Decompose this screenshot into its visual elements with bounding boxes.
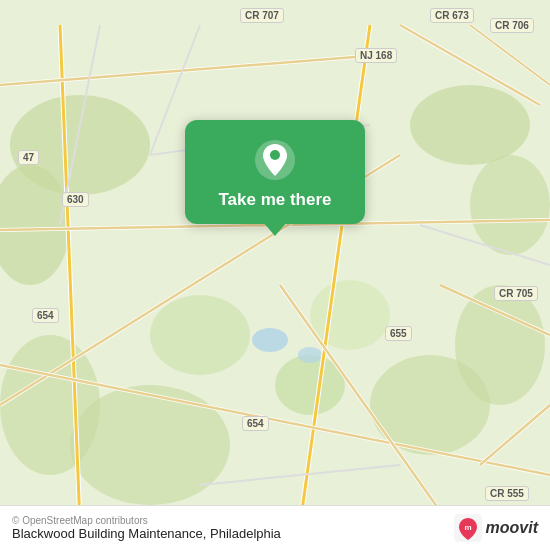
- road-label-655: 655: [385, 326, 412, 341]
- moovit-logo: m moovit: [454, 514, 538, 542]
- take-me-there-button[interactable]: Take me there: [218, 190, 331, 210]
- road-label-cr707: CR 707: [240, 8, 284, 23]
- road-label-630: 630: [62, 192, 89, 207]
- location-card[interactable]: Take me there: [185, 120, 365, 224]
- place-name: Blackwood Building Maintenance, Philadel…: [12, 526, 281, 541]
- road-label-nj168: NJ 168: [355, 48, 397, 63]
- svg-point-10: [150, 295, 250, 375]
- location-pin-icon: [253, 138, 297, 182]
- svg-point-6: [0, 335, 100, 475]
- svg-point-12: [252, 328, 288, 352]
- road-label-cr555: CR 555: [485, 486, 529, 501]
- bottom-bar-info: © OpenStreetMap contributors Blackwood B…: [12, 515, 281, 541]
- moovit-icon: m: [454, 514, 482, 542]
- svg-point-42: [270, 150, 280, 160]
- bottom-bar: © OpenStreetMap contributors Blackwood B…: [0, 505, 550, 550]
- road-label-cr705: CR 705: [494, 286, 538, 301]
- svg-point-4: [470, 155, 550, 255]
- svg-point-8: [455, 285, 545, 405]
- attribution-text: © OpenStreetMap contributors: [12, 515, 281, 526]
- moovit-text: moovit: [486, 519, 538, 537]
- road-label-cr706: CR 706: [490, 18, 534, 33]
- map-svg: [0, 0, 550, 550]
- road-label-cr673: CR 673: [430, 8, 474, 23]
- road-label-654a: 654: [32, 308, 59, 323]
- svg-point-13: [298, 347, 322, 363]
- road-label-47: 47: [18, 150, 39, 165]
- road-label-654b: 654: [242, 416, 269, 431]
- map-container: CR 673 CR 707 CR 706 NJ 168 47 630 654 6…: [0, 0, 550, 550]
- svg-text:m: m: [464, 523, 471, 532]
- svg-point-3: [410, 85, 530, 165]
- svg-point-9: [310, 280, 390, 350]
